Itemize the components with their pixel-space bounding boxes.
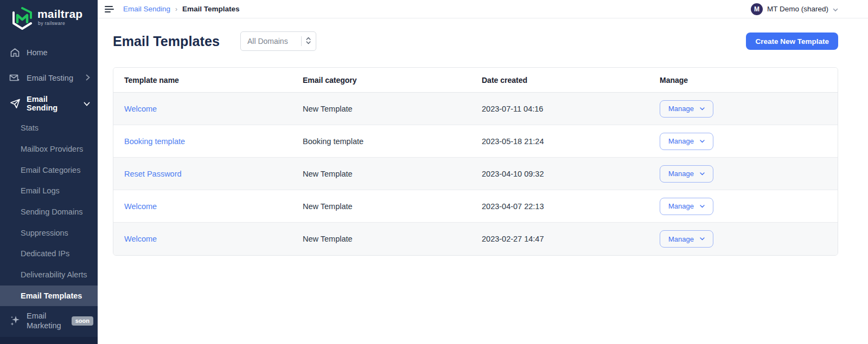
sidebar-item-home[interactable]: Home <box>0 42 98 63</box>
column-header-manage: Manage <box>660 76 827 85</box>
template-name-link[interactable]: Reset Password <box>124 170 303 178</box>
sidebar-item-label: Email Marketing <box>27 311 61 330</box>
template-name-link[interactable]: Welcome <box>124 105 303 113</box>
template-name-link[interactable]: Welcome <box>124 235 303 243</box>
select-divider <box>301 36 302 46</box>
sidebar-item-sending-domains[interactable]: Sending Domains <box>0 202 98 223</box>
sidebar-toggle-icon[interactable] <box>105 6 114 12</box>
email-sending-submenu: Stats Mailbox Providers Email Categories… <box>0 118 98 306</box>
date-created-cell: 2023-07-11 04:16 <box>482 105 660 113</box>
column-header-date-created: Date created <box>482 76 660 85</box>
manage-button-label: Manage <box>668 235 694 243</box>
sidebar-item-dedicated-ips[interactable]: Dedicated IPs <box>0 243 98 264</box>
content: Email Templates All Domains Create New T… <box>98 18 868 256</box>
sidebar-item-mailbox-providers[interactable]: Mailbox Providers <box>0 139 98 160</box>
brand-name: mailtrap <box>37 8 82 20</box>
table-row: Welcome New Template 2023-04-07 22:13 Ma… <box>113 190 838 223</box>
sidebar: mailtrap by railsware Home Email Testing… <box>0 0 98 344</box>
email-category-cell: New Template <box>303 170 482 178</box>
sidebar-item-label: Home <box>27 48 48 57</box>
account-name: MT Demo (shared) <box>767 5 828 13</box>
topbar: Email Sending › Email Templates M MT Dem… <box>98 0 868 18</box>
chevron-down-icon <box>700 205 705 208</box>
home-icon <box>9 48 21 57</box>
manage-button-label: Manage <box>668 170 694 178</box>
column-header-email-category: Email category <box>303 76 482 85</box>
chevron-down-icon <box>700 107 705 111</box>
sidebar-item-email-templates[interactable]: Email Templates <box>0 285 98 307</box>
chevron-down-icon <box>700 237 705 241</box>
sidebar-item-deliverability-alerts[interactable]: Deliverability Alerts <box>0 264 98 285</box>
sidebar-item-email-categories[interactable]: Email Categories <box>0 159 98 180</box>
sidebar-item-email-testing[interactable]: Email Testing <box>0 67 98 89</box>
date-created-cell: 2023-04-10 09:32 <box>482 170 660 178</box>
manage-button[interactable]: Manage <box>660 230 713 248</box>
sidebar-item-email-sending[interactable]: Email Sending <box>0 93 98 114</box>
sparkles-icon <box>9 315 21 327</box>
email-testing-icon <box>9 73 21 83</box>
chevron-down-icon <box>84 99 90 108</box>
manage-button[interactable]: Manage <box>660 100 713 118</box>
email-category-cell: Booking template <box>303 137 482 146</box>
logo-text: mailtrap by railsware <box>37 8 82 26</box>
mailtrap-logo-icon <box>12 7 33 32</box>
email-category-cell: New Template <box>303 202 482 211</box>
page-heading-row: Email Templates All Domains Create New T… <box>113 31 838 51</box>
avatar: M <box>751 3 763 15</box>
chevron-down-icon <box>833 4 838 14</box>
manage-button[interactable]: Manage <box>660 165 713 183</box>
manage-button-label: Manage <box>668 202 694 210</box>
table-row: Welcome New Template 2023-07-11 04:16 Ma… <box>113 93 838 125</box>
chevron-right-icon <box>86 74 90 82</box>
email-sending-icon <box>9 99 21 109</box>
column-header-template-name: Template name <box>124 76 303 85</box>
sidebar-item-stats[interactable]: Stats <box>0 118 98 139</box>
table-header-row: Template name Email category Date create… <box>113 68 838 93</box>
manage-button-label: Manage <box>668 137 694 145</box>
breadcrumb-email-sending[interactable]: Email Sending <box>123 5 170 13</box>
soon-badge: soon <box>72 316 93 326</box>
template-name-link[interactable]: Welcome <box>124 202 303 211</box>
chevron-down-icon <box>700 140 705 143</box>
sidebar-item-email-marketing[interactable]: Email Marketing soon <box>0 306 98 336</box>
domain-filter-value: All Domains <box>247 37 288 46</box>
breadcrumb-separator: › <box>175 5 177 13</box>
date-created-cell: 2023-04-07 22:13 <box>482 202 660 211</box>
account-menu[interactable]: M MT Demo (shared) <box>751 3 838 15</box>
email-category-cell: New Template <box>303 105 482 113</box>
create-new-template-button[interactable]: Create New Template <box>746 33 838 50</box>
table-row: Welcome New Template 2023-02-27 14:47 Ma… <box>113 223 838 255</box>
select-stepper-icon <box>306 37 311 46</box>
manage-button-label: Manage <box>668 105 694 113</box>
page-title: Email Templates <box>113 34 220 49</box>
chevron-down-icon <box>700 172 705 176</box>
date-created-cell: 2023-05-18 21:24 <box>482 137 660 146</box>
date-created-cell: 2023-02-27 14:47 <box>482 235 660 243</box>
templates-table: Template name Email category Date create… <box>113 67 838 256</box>
sidebar-item-label: Email Testing <box>27 74 73 82</box>
manage-button[interactable]: Manage <box>660 198 713 215</box>
domain-filter-select[interactable]: All Domains <box>240 31 316 51</box>
sidebar-footer-strip <box>0 337 98 344</box>
sidebar-item-email-logs[interactable]: Email Logs <box>0 180 98 202</box>
breadcrumb-current: Email Templates <box>182 5 240 13</box>
manage-button[interactable]: Manage <box>660 133 713 150</box>
sidebar-item-label: Email Sending <box>27 95 72 112</box>
sidebar-item-suppressions[interactable]: Suppressions <box>0 222 98 243</box>
mailtrap-logo[interactable]: mailtrap by railsware <box>0 0 98 39</box>
brand-tagline: by railsware <box>37 21 82 26</box>
template-name-link[interactable]: Booking template <box>124 137 303 146</box>
table-row: Reset Password New Template 2023-04-10 0… <box>113 158 838 190</box>
email-category-cell: New Template <box>303 235 482 243</box>
table-row: Booking template Booking template 2023-0… <box>113 125 838 158</box>
main-area: Email Sending › Email Templates M MT Dem… <box>98 0 868 344</box>
